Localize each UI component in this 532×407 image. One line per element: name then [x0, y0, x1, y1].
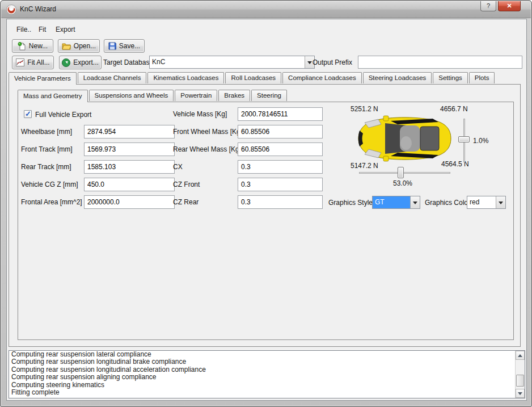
- graphics-style-combobox[interactable]: GT: [372, 196, 420, 209]
- lateral-balance-slider-handle[interactable]: [458, 136, 470, 142]
- save-floppy-icon: [108, 42, 116, 50]
- open-folder-icon: [62, 42, 71, 50]
- open-button[interactable]: Open...: [58, 39, 100, 53]
- log-line: Computing rear suspension lateral compli…: [9, 351, 525, 358]
- wheel-load-top-left: 5251.2 N: [351, 105, 378, 113]
- fit-all-button-label: Fit All...: [27, 58, 49, 66]
- close-button[interactable]: ✕: [498, 1, 521, 11]
- frontal-area-label: Frontal Area [mm^2]: [21, 198, 82, 206]
- chevron-down-icon[interactable]: [496, 196, 505, 208]
- cz-rear-label: CZ Rear: [173, 198, 199, 206]
- export-button-label: Export...: [73, 58, 99, 66]
- scroll-up-icon[interactable]: [516, 351, 525, 360]
- output-prefix-input[interactable]: [358, 56, 522, 69]
- front-wheel-mass-input[interactable]: [238, 125, 323, 139]
- scrollbar-thumb[interactable]: [516, 375, 524, 387]
- target-database-combobox[interactable]: KnC: [149, 56, 315, 69]
- fit-plot-icon: [16, 58, 24, 66]
- car-top-view-graphic: [350, 114, 454, 163]
- new-document-icon: [18, 42, 26, 51]
- graphics-color-value: red: [467, 196, 496, 208]
- tab-settings[interactable]: Settings: [433, 72, 468, 83]
- full-vehicle-export-checkbox[interactable]: [24, 110, 32, 118]
- save-button-label: Save...: [119, 42, 140, 50]
- rear-track-label: Rear Track [mm]: [21, 163, 71, 171]
- title-bar[interactable]: KnC Wizard ? ✕: [1, 1, 531, 18]
- subtab-steering[interactable]: Steering: [251, 90, 287, 101]
- tab-compliance-loadcases[interactable]: Compliance Loadcases: [282, 72, 362, 83]
- tab-vehicle-parameters[interactable]: Vehicle Parameters: [9, 72, 77, 85]
- log-line: Computing steering kinematics: [9, 381, 525, 389]
- graphics-color-combobox[interactable]: red: [467, 196, 506, 209]
- full-vehicle-export-label: Full Vehicle Export: [35, 111, 91, 119]
- graphics-style-label: Graphics Style: [328, 199, 373, 207]
- output-prefix-label: Output Prefix: [313, 58, 352, 66]
- menu-fit[interactable]: Fit: [37, 24, 48, 35]
- wheel-load-bottom-left: 5147.2 N: [351, 162, 378, 170]
- graphics-style-value: GT: [373, 196, 410, 208]
- cx-input[interactable]: [238, 160, 323, 174]
- vehicle-cg-z-label: Vehicle CG Z [mm]: [21, 181, 78, 188]
- open-button-label: Open...: [74, 42, 96, 50]
- main-tabbar: Vehicle Parameters Loadcase Channels Kin…: [9, 72, 496, 85]
- fit-all-button[interactable]: Fit All...: [12, 56, 54, 69]
- cz-rear-input[interactable]: [238, 195, 323, 209]
- app-logo-icon: [6, 5, 16, 15]
- cz-front-input[interactable]: [238, 178, 323, 191]
- rear-wheel-mass-label: Rear Wheel Mass [Kg]: [173, 145, 241, 153]
- help-button[interactable]: ?: [480, 1, 496, 11]
- target-database-label: Target Database: [103, 58, 153, 66]
- log-scrollbar[interactable]: [515, 351, 525, 398]
- sub-tabbar: Mass and Geometry Suspensions and Wheels…: [18, 90, 288, 102]
- wheel-load-top-right: 4656.7 N: [440, 105, 468, 113]
- vehicle-mass-label: Vehicle Mass [Kg]: [173, 110, 227, 118]
- scrollbar-track[interactable]: [516, 360, 525, 389]
- tab-steering-loadcases[interactable]: Steering Loadcases: [363, 72, 432, 83]
- cz-front-label: CZ Front: [173, 181, 200, 188]
- frontal-area-input[interactable]: [84, 195, 175, 209]
- vehicle-cg-z-input[interactable]: [84, 178, 175, 191]
- subtab-brakes[interactable]: Brakes: [218, 90, 250, 101]
- tab-loadcase-channels[interactable]: Loadcase Channels: [78, 72, 147, 83]
- log-output[interactable]: Computing rear suspension lateral compli…: [9, 350, 525, 398]
- weight-distribution-value: 53.0%: [393, 179, 412, 187]
- lateral-balance-value: 1.0%: [473, 137, 488, 145]
- client-area: File.. Fit Export New... Open...: [6, 19, 527, 401]
- log-line: Computing rear suspension aligning compl…: [9, 374, 525, 381]
- log-line: Computing rear suspension longitudinal a…: [9, 366, 525, 374]
- app-window: KnC Wizard ? ✕ File.. Fit Export New... …: [0, 0, 532, 407]
- vehicle-mass-input[interactable]: [238, 107, 323, 121]
- chevron-down-icon[interactable]: [410, 196, 420, 208]
- wheelbase-input[interactable]: [84, 125, 175, 139]
- scroll-down-icon[interactable]: [516, 389, 525, 398]
- front-track-input[interactable]: [84, 142, 175, 156]
- weight-distribution-slider-handle[interactable]: [398, 167, 404, 178]
- log-line: Fitting complete: [9, 389, 525, 396]
- tab-kinematics-loadcases[interactable]: Kinematics Loadcases: [147, 72, 224, 83]
- export-arrow-icon: [62, 58, 70, 67]
- export-button[interactable]: Export...: [59, 56, 102, 69]
- weight-distribution-slider-track[interactable]: [359, 172, 450, 174]
- subtab-powertrain[interactable]: Powertrain: [175, 90, 217, 101]
- log-line: Computing rear suspension longitudinal b…: [9, 358, 525, 366]
- subtab-mass-and-geometry[interactable]: Mass and Geometry: [18, 90, 88, 102]
- graphics-color-label: Graphics Color: [425, 199, 470, 207]
- menu-export[interactable]: Export: [54, 24, 77, 35]
- subtab-suspensions-and-wheels[interactable]: Suspensions and Wheels: [89, 90, 174, 101]
- window-title: KnC Wizard: [20, 1, 56, 18]
- tab-plots[interactable]: Plots: [469, 72, 495, 83]
- rear-track-input[interactable]: [84, 160, 175, 174]
- front-track-label: Front Track [mm]: [21, 145, 73, 153]
- save-button[interactable]: Save...: [104, 39, 145, 53]
- target-database-value: KnC: [150, 56, 305, 68]
- front-wheel-mass-label: Front Wheel Mass [Kg]: [173, 128, 242, 136]
- new-button-label: New...: [29, 42, 48, 50]
- new-button[interactable]: New...: [12, 39, 53, 53]
- wheelbase-label: Wheelbase [mm]: [21, 128, 72, 136]
- cx-label: CX: [173, 163, 183, 171]
- menu-file[interactable]: File..: [15, 24, 33, 35]
- rear-wheel-mass-input[interactable]: [238, 142, 323, 156]
- tab-roll-loadcases[interactable]: Roll Loadcases: [225, 72, 281, 83]
